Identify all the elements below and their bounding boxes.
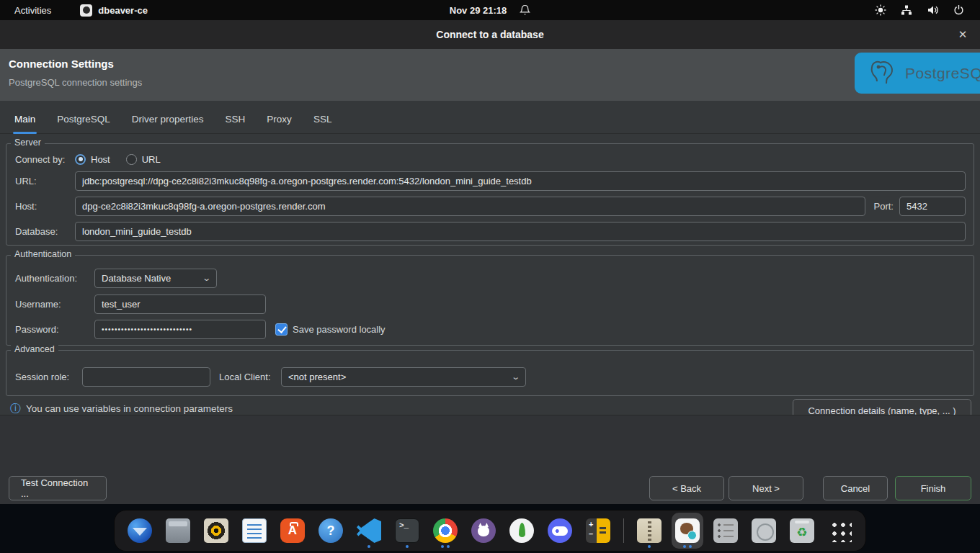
postgresql-logo-text: PostgreSQL bbox=[905, 65, 980, 82]
username-label: Username: bbox=[15, 299, 94, 310]
radio-url[interactable] bbox=[126, 154, 137, 165]
info-icon: ⓘ bbox=[10, 402, 21, 415]
dock-vscode-icon[interactable] bbox=[353, 513, 385, 549]
page-subtitle: PostgreSQL connection settings bbox=[9, 77, 142, 88]
password-input[interactable] bbox=[94, 320, 266, 339]
local-client-label: Local Client: bbox=[219, 372, 281, 382]
tab-proxy[interactable]: Proxy bbox=[267, 105, 292, 134]
dock-github-icon[interactable] bbox=[468, 513, 499, 549]
activities-button[interactable]: Activities bbox=[14, 5, 51, 16]
dock-mongodb-icon[interactable] bbox=[506, 513, 538, 549]
running-indicator bbox=[633, 545, 665, 548]
mongodb-icon bbox=[509, 518, 534, 543]
dock-thunderbird-icon[interactable] bbox=[124, 513, 156, 549]
dock-disks-icon[interactable] bbox=[748, 513, 780, 549]
running-indicator bbox=[391, 545, 423, 548]
host-input[interactable] bbox=[75, 197, 865, 216]
test-connection-button[interactable]: Test Connection ... bbox=[9, 476, 107, 500]
dock-writer-icon[interactable] bbox=[239, 513, 270, 549]
network-icon bbox=[901, 4, 912, 16]
dock-files-icon[interactable] bbox=[162, 513, 194, 549]
authentication-group: Authentication Authentication: Database … bbox=[6, 255, 974, 346]
chevron-down-icon: ⌄ bbox=[511, 372, 520, 382]
dbeaver-app-icon bbox=[80, 4, 92, 17]
postgresql-logo: PostgreSQL bbox=[855, 53, 980, 94]
dock-archive-icon[interactable] bbox=[633, 513, 665, 549]
tab-postgresql[interactable]: PostgreSQL bbox=[57, 105, 110, 134]
dbeaver-icon bbox=[675, 518, 700, 543]
dock-discord-icon[interactable] bbox=[544, 513, 576, 549]
dock-help-icon[interactable] bbox=[315, 513, 347, 549]
thunderbird-icon bbox=[128, 518, 152, 543]
dialog-button-bar: Test Connection ... < Back Next > Cancel… bbox=[9, 475, 971, 501]
radio-host[interactable] bbox=[75, 154, 86, 165]
back-button[interactable]: < Back bbox=[649, 476, 724, 500]
dock-dbeaver-icon[interactable] bbox=[672, 513, 703, 549]
local-client-dropdown[interactable]: <not present> ⌄ bbox=[281, 367, 526, 387]
dialog-header: Connection Settings PostgreSQL connectio… bbox=[0, 49, 980, 101]
server-group-label: Server bbox=[11, 138, 45, 148]
host-label: Host: bbox=[15, 201, 75, 212]
variables-hint-text: You can use variables in connection para… bbox=[26, 403, 233, 414]
close-icon[interactable]: ✕ bbox=[955, 27, 971, 42]
software-icon bbox=[280, 518, 305, 543]
dialog-titlebar: Connect to a database ✕ bbox=[0, 20, 980, 49]
cancel-button[interactable]: Cancel bbox=[823, 476, 888, 500]
port-label: Port: bbox=[874, 201, 894, 212]
dock-calculator-icon[interactable] bbox=[582, 513, 614, 549]
brightness-icon bbox=[875, 4, 886, 16]
tab-ssh[interactable]: SSH bbox=[226, 105, 246, 134]
variables-hint: ⓘ You can use variables in connection pa… bbox=[10, 402, 233, 415]
dock-rhythmbox-icon[interactable] bbox=[200, 513, 232, 549]
radio-host-label[interactable]: Host bbox=[91, 154, 110, 165]
tab-ssl[interactable]: SSL bbox=[313, 105, 332, 134]
archive-icon bbox=[637, 518, 662, 543]
username-input[interactable] bbox=[94, 295, 266, 314]
system-status-area[interactable] bbox=[875, 4, 964, 16]
appgrid-icon bbox=[829, 519, 852, 542]
authentication-group-label: Authentication bbox=[11, 249, 75, 259]
notification-bell-icon bbox=[520, 4, 530, 16]
clock[interactable]: Nov 29 21:18 bbox=[450, 5, 507, 16]
radio-url-label[interactable]: URL bbox=[142, 154, 161, 165]
database-label: Database: bbox=[15, 226, 75, 237]
url-input[interactable] bbox=[75, 171, 966, 191]
focused-app-menu[interactable]: dbeaver-ce bbox=[80, 4, 148, 17]
connection-details-button[interactable]: Connection details (name, type, ... ) bbox=[793, 399, 971, 415]
password-label: Password: bbox=[15, 324, 94, 335]
next-button[interactable]: Next > bbox=[729, 476, 803, 500]
dock-appgrid-icon[interactable] bbox=[824, 513, 856, 549]
dock-separator bbox=[623, 518, 624, 543]
authentication-value: Database Native bbox=[102, 273, 199, 284]
discord-icon bbox=[548, 518, 572, 543]
tab-main[interactable]: Main bbox=[14, 105, 35, 134]
disks-icon bbox=[752, 518, 776, 543]
authentication-dropdown[interactable]: Database Native ⌄ bbox=[94, 269, 217, 288]
finish-button[interactable]: Finish bbox=[895, 476, 971, 500]
dock-software-icon[interactable] bbox=[277, 513, 308, 549]
dialog-title: Connect to a database bbox=[436, 29, 543, 40]
save-password-label[interactable]: Save password locally bbox=[293, 324, 386, 335]
page-title: Connection Settings bbox=[9, 58, 114, 70]
calculator-icon bbox=[586, 518, 610, 543]
files-icon bbox=[166, 518, 190, 543]
help-icon bbox=[318, 518, 343, 543]
running-indicator bbox=[672, 545, 703, 548]
advanced-group-label: Advanced bbox=[11, 344, 58, 354]
tab-driver-properties[interactable]: Driver properties bbox=[132, 105, 204, 134]
database-input[interactable] bbox=[75, 222, 966, 241]
terminal-icon bbox=[395, 518, 419, 543]
advanced-group: Advanced Session role: Local Client: <no… bbox=[6, 350, 974, 396]
port-input[interactable] bbox=[899, 197, 966, 216]
writer-icon bbox=[242, 518, 267, 543]
dock-trash-icon[interactable] bbox=[786, 513, 818, 549]
dock-terminal-icon[interactable] bbox=[391, 513, 423, 549]
dock bbox=[114, 510, 866, 552]
chevron-down-icon: ⌄ bbox=[202, 274, 211, 283]
url-label: URL: bbox=[15, 176, 75, 186]
dock-prefs-icon[interactable] bbox=[710, 513, 741, 549]
dock-chrome-icon[interactable] bbox=[429, 513, 461, 549]
top-bar: Activities dbeaver-ce Nov 29 21:18 bbox=[0, 0, 980, 20]
save-password-checkbox[interactable] bbox=[275, 323, 288, 336]
session-role-input[interactable] bbox=[82, 367, 210, 387]
